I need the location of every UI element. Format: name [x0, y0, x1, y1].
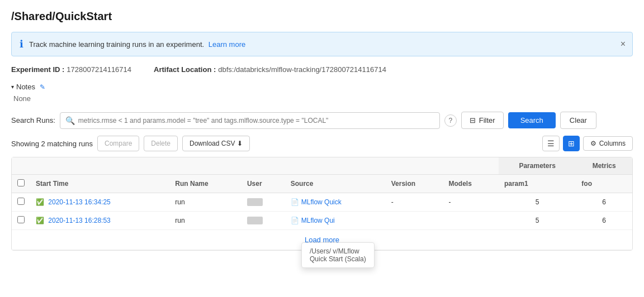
- results-summary: Showing 2 matching runs: [11, 140, 93, 148]
- results-row: Showing 2 matching runs Compare Delete D…: [11, 136, 633, 151]
- row-checkbox[interactable]: [17, 198, 25, 205]
- info-icon: ℹ: [20, 38, 23, 50]
- runs-table-wrap: Parameters Metrics Start Time Run Name U…: [11, 157, 633, 251]
- version-cell: -: [386, 193, 443, 212]
- notes-toggle[interactable]: ▾ Notes: [11, 83, 35, 91]
- col-user[interactable]: User: [242, 175, 285, 193]
- compare-button[interactable]: Compare: [97, 136, 139, 151]
- run-time-link[interactable]: 2020-11-13 16:28:53: [48, 217, 110, 224]
- success-icon: ✅: [36, 217, 44, 224]
- download-csv-button[interactable]: Download CSV ⬇: [182, 136, 250, 151]
- experiment-id: Experiment ID : 1728007214116714: [11, 65, 131, 74]
- tooltip-name: Quick Start (Scala): [310, 255, 366, 263]
- foo-cell: 6: [576, 193, 632, 212]
- notes-content: None: [13, 94, 633, 103]
- models-cell: -: [443, 193, 498, 212]
- start-time-cell: ✅ 2020-11-13 16:28:53: [30, 212, 169, 230]
- run-name-cell: run: [169, 212, 242, 230]
- col-models[interactable]: Models: [443, 175, 498, 193]
- search-icon: 🔍: [65, 116, 75, 125]
- col-foo[interactable]: foo: [576, 175, 632, 193]
- columns-button[interactable]: ⚙ Columns: [583, 136, 633, 151]
- table-row: ✅ 2020-11-13 16:28:53 run 📄 MLflow Qui: [12, 212, 632, 230]
- source-link[interactable]: 📄 MLflow Qui: [291, 217, 380, 224]
- filter-button[interactable]: ⊟ Filter: [461, 112, 504, 129]
- param1-cell: 5: [499, 193, 576, 212]
- source-cell: 📄 MLflow Qui: [285, 212, 386, 230]
- notes-arrow-icon: ▾: [11, 84, 14, 90]
- user-cell: [242, 212, 285, 230]
- user-cell: [242, 193, 285, 212]
- run-name-cell: run: [169, 193, 242, 212]
- clear-button[interactable]: Clear: [560, 112, 596, 129]
- experiment-meta: Experiment ID : 1728007214116714 Artifac…: [11, 65, 633, 74]
- runs-table: Parameters Metrics Start Time Run Name U…: [12, 157, 632, 250]
- delete-button[interactable]: Delete: [144, 136, 178, 151]
- results-right: ☰ ⊞ ⚙ Columns: [542, 136, 633, 151]
- col-run-name[interactable]: Run Name: [169, 175, 242, 193]
- col-header-left: [12, 157, 499, 175]
- col-param1[interactable]: param1: [499, 175, 576, 193]
- gear-icon: ⚙: [590, 140, 596, 147]
- success-icon: ✅: [36, 198, 44, 206]
- download-icon: ⬇: [237, 140, 243, 147]
- search-input-wrap: 🔍: [60, 112, 440, 129]
- notes-header: ▾ Notes ✎: [11, 83, 633, 91]
- source-tooltip: /Users/ v/MLflow Quick Start (Scala): [301, 242, 375, 268]
- source-link[interactable]: 📄 MLflow Quick: [291, 198, 380, 206]
- search-runs-row: Search Runs: 🔍 ? ⊟ Filter Search Clear: [11, 112, 633, 129]
- notes-label: Notes: [16, 83, 35, 91]
- source-file-icon: 📄: [291, 217, 299, 224]
- tooltip-suffix: v/MLflow: [333, 247, 359, 255]
- search-button[interactable]: Search: [508, 112, 556, 128]
- artifact-location: Artifact Location : dbfs:/databricks/mlf…: [154, 65, 386, 74]
- col-start-time[interactable]: Start Time: [30, 175, 169, 193]
- tooltip-path: /Users/: [310, 247, 331, 255]
- results-left: Showing 2 matching runs Compare Delete D…: [11, 136, 250, 151]
- row-checkbox-cell[interactable]: [12, 193, 30, 212]
- learn-more-link[interactable]: Learn more: [209, 40, 245, 49]
- info-banner: ℹ Track machine learning training runs i…: [11, 32, 633, 56]
- row-checkbox-cell[interactable]: [12, 212, 30, 230]
- filter-icon: ⊟: [470, 116, 476, 124]
- search-help-button[interactable]: ?: [444, 114, 457, 127]
- source-cell: 📄 MLflow Quick: [285, 193, 386, 212]
- notes-edit-icon[interactable]: ✎: [40, 83, 45, 91]
- page-title: /Shared/QuickStart: [11, 10, 633, 23]
- param1-cell: 5: [499, 212, 576, 230]
- banner-text: Track machine learning training runs in …: [29, 40, 245, 49]
- search-runs-label: Search Runs:: [11, 116, 55, 124]
- row-checkbox[interactable]: [17, 216, 25, 223]
- source-file-icon: 📄: [291, 198, 299, 206]
- table-row: ✅ 2020-11-13 16:34:25 run 📄 MLflow Quick…: [12, 193, 632, 212]
- notes-section: ▾ Notes ✎ None: [11, 83, 633, 103]
- avatar: [247, 217, 263, 224]
- run-time-link[interactable]: 2020-11-13 16:34:25: [48, 198, 110, 206]
- list-view-button[interactable]: ☰: [542, 136, 560, 151]
- col-metrics-header: Metrics: [576, 157, 632, 175]
- version-cell: [386, 212, 443, 230]
- select-all-checkbox[interactable]: [17, 179, 25, 186]
- models-cell: [443, 212, 498, 230]
- banner-close-button[interactable]: ×: [621, 40, 626, 49]
- col-select-all[interactable]: [12, 175, 30, 193]
- foo-cell: 6: [576, 212, 632, 230]
- start-time-cell: ✅ 2020-11-13 16:34:25: [30, 193, 169, 212]
- col-params-header: Parameters: [499, 157, 576, 175]
- search-input[interactable]: [60, 112, 440, 129]
- col-version[interactable]: Version: [386, 175, 443, 193]
- grid-view-button[interactable]: ⊞: [563, 136, 580, 151]
- avatar: [247, 198, 263, 206]
- col-source[interactable]: Source: [285, 175, 386, 193]
